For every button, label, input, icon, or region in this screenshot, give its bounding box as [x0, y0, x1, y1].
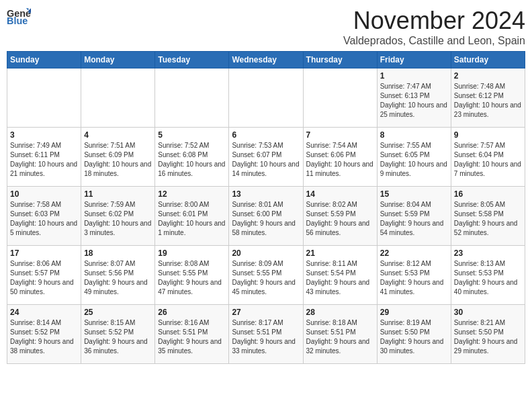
day-number: 20: [232, 248, 300, 258]
calendar-cell: 21Sunrise: 8:11 AM Sunset: 5:54 PM Dayli…: [303, 246, 377, 305]
day-content: Sunrise: 8:12 AM Sunset: 5:53 PM Dayligh…: [380, 259, 448, 297]
calendar-cell: 4Sunrise: 7:51 AM Sunset: 6:09 PM Daylig…: [81, 128, 155, 187]
calendar-cell: 9Sunrise: 7:57 AM Sunset: 6:04 PM Daylig…: [451, 128, 525, 187]
day-content: Sunrise: 7:47 AM Sunset: 6:13 PM Dayligh…: [380, 82, 448, 120]
day-content: Sunrise: 7:55 AM Sunset: 6:05 PM Dayligh…: [380, 141, 448, 179]
day-number: 26: [158, 308, 226, 317]
logo-icon: General Blue: [7, 7, 31, 26]
location-title: Valdeprados, Castille and Leon, Spain: [343, 35, 525, 47]
day-content: Sunrise: 8:09 AM Sunset: 5:55 PM Dayligh…: [232, 259, 300, 297]
day-number: 11: [84, 189, 152, 199]
calendar-cell: 1Sunrise: 7:47 AM Sunset: 6:13 PM Daylig…: [377, 68, 451, 128]
calendar-cell: 13Sunrise: 8:01 AM Sunset: 6:00 PM Dayli…: [229, 187, 303, 246]
day-content: Sunrise: 8:00 AM Sunset: 6:01 PM Dayligh…: [158, 200, 226, 238]
day-number: 23: [454, 248, 522, 258]
weekday-friday: Friday: [377, 52, 451, 68]
calendar-cell: [303, 68, 377, 128]
calendar-cell: 24Sunrise: 8:14 AM Sunset: 5:52 PM Dayli…: [7, 305, 81, 364]
day-content: Sunrise: 8:17 AM Sunset: 5:51 PM Dayligh…: [232, 318, 300, 356]
day-number: 8: [380, 130, 448, 140]
calendar-cell: 19Sunrise: 8:08 AM Sunset: 5:55 PM Dayli…: [155, 246, 229, 305]
day-number: 5: [158, 130, 226, 140]
day-number: 12: [158, 189, 226, 199]
day-content: Sunrise: 8:07 AM Sunset: 5:56 PM Dayligh…: [84, 259, 152, 297]
day-number: 22: [380, 248, 448, 258]
day-content: Sunrise: 8:08 AM Sunset: 5:55 PM Dayligh…: [158, 259, 226, 297]
day-number: 17: [10, 248, 78, 258]
day-number: 7: [306, 130, 374, 140]
day-number: 14: [306, 189, 374, 199]
day-number: 3: [10, 130, 78, 140]
day-content: Sunrise: 7:57 AM Sunset: 6:04 PM Dayligh…: [454, 141, 522, 179]
day-content: Sunrise: 7:58 AM Sunset: 6:03 PM Dayligh…: [10, 200, 78, 238]
day-content: Sunrise: 8:21 AM Sunset: 5:50 PM Dayligh…: [454, 318, 522, 356]
calendar-cell: 7Sunrise: 7:54 AM Sunset: 6:06 PM Daylig…: [303, 128, 377, 187]
svg-text:Blue: Blue: [7, 15, 28, 26]
day-number: 16: [454, 189, 522, 199]
day-content: Sunrise: 8:14 AM Sunset: 5:52 PM Dayligh…: [10, 318, 78, 356]
weekday-tuesday: Tuesday: [155, 52, 229, 68]
calendar-cell: 17Sunrise: 8:06 AM Sunset: 5:57 PM Dayli…: [7, 246, 81, 305]
week-row-3: 10Sunrise: 7:58 AM Sunset: 6:03 PM Dayli…: [7, 187, 525, 246]
weekday-monday: Monday: [81, 52, 155, 68]
day-content: Sunrise: 8:06 AM Sunset: 5:57 PM Dayligh…: [10, 259, 78, 297]
calendar-cell: 22Sunrise: 8:12 AM Sunset: 5:53 PM Dayli…: [377, 246, 451, 305]
week-row-5: 24Sunrise: 8:14 AM Sunset: 5:52 PM Dayli…: [7, 305, 525, 364]
calendar-cell: 23Sunrise: 8:13 AM Sunset: 5:53 PM Dayli…: [451, 246, 525, 305]
day-content: Sunrise: 8:18 AM Sunset: 5:51 PM Dayligh…: [306, 318, 374, 356]
day-content: Sunrise: 8:19 AM Sunset: 5:50 PM Dayligh…: [380, 318, 448, 356]
calendar-cell: 6Sunrise: 7:53 AM Sunset: 6:07 PM Daylig…: [229, 128, 303, 187]
day-number: 13: [232, 189, 300, 199]
day-content: Sunrise: 7:51 AM Sunset: 6:09 PM Dayligh…: [84, 141, 152, 179]
week-row-2: 3Sunrise: 7:49 AM Sunset: 6:11 PM Daylig…: [7, 128, 525, 187]
calendar-cell: 18Sunrise: 8:07 AM Sunset: 5:56 PM Dayli…: [81, 246, 155, 305]
weekday-sunday: Sunday: [7, 52, 81, 68]
day-number: 18: [84, 248, 152, 258]
day-number: 29: [380, 308, 448, 317]
weekday-saturday: Saturday: [451, 52, 525, 68]
calendar-cell: 25Sunrise: 8:15 AM Sunset: 5:52 PM Dayli…: [81, 305, 155, 364]
calendar-cell: 27Sunrise: 8:17 AM Sunset: 5:51 PM Dayli…: [229, 305, 303, 364]
calendar-cell: 12Sunrise: 8:00 AM Sunset: 6:01 PM Dayli…: [155, 187, 229, 246]
weekday-thursday: Thursday: [303, 52, 377, 68]
calendar-cell: 29Sunrise: 8:19 AM Sunset: 5:50 PM Dayli…: [377, 305, 451, 364]
weekday-header-row: SundayMondayTuesdayWednesdayThursdayFrid…: [7, 52, 525, 68]
day-content: Sunrise: 7:54 AM Sunset: 6:06 PM Dayligh…: [306, 141, 374, 179]
calendar-cell: 16Sunrise: 8:05 AM Sunset: 5:58 PM Dayli…: [451, 187, 525, 246]
title-section: November 2024 Valdeprados, Castille and …: [343, 7, 525, 47]
calendar-cell: 2Sunrise: 7:48 AM Sunset: 6:12 PM Daylig…: [451, 68, 525, 128]
calendar-cell: 3Sunrise: 7:49 AM Sunset: 6:11 PM Daylig…: [7, 128, 81, 187]
calendar-cell: 28Sunrise: 8:18 AM Sunset: 5:51 PM Dayli…: [303, 305, 377, 364]
day-content: Sunrise: 7:53 AM Sunset: 6:07 PM Dayligh…: [232, 141, 300, 179]
page-header: General Blue November 2024 Valdeprados, …: [7, 7, 525, 47]
day-number: 24: [10, 308, 78, 317]
day-content: Sunrise: 8:02 AM Sunset: 5:59 PM Dayligh…: [306, 200, 374, 238]
calendar-cell: 10Sunrise: 7:58 AM Sunset: 6:03 PM Dayli…: [7, 187, 81, 246]
calendar-cell: [229, 68, 303, 128]
day-number: 4: [84, 130, 152, 140]
calendar-cell: [7, 68, 81, 128]
calendar-table: SundayMondayTuesdayWednesdayThursdayFrid…: [7, 51, 525, 364]
day-number: 2: [454, 71, 522, 81]
calendar-cell: 11Sunrise: 7:59 AM Sunset: 6:02 PM Dayli…: [81, 187, 155, 246]
day-number: 19: [158, 248, 226, 258]
day-number: 27: [232, 308, 300, 317]
day-content: Sunrise: 8:15 AM Sunset: 5:52 PM Dayligh…: [84, 318, 152, 356]
calendar-cell: 20Sunrise: 8:09 AM Sunset: 5:55 PM Dayli…: [229, 246, 303, 305]
logo: General Blue: [7, 7, 31, 26]
day-number: 1: [380, 71, 448, 81]
weekday-wednesday: Wednesday: [229, 52, 303, 68]
day-content: Sunrise: 8:04 AM Sunset: 5:59 PM Dayligh…: [380, 200, 448, 238]
week-row-1: 1Sunrise: 7:47 AM Sunset: 6:13 PM Daylig…: [7, 68, 525, 128]
day-content: Sunrise: 8:13 AM Sunset: 5:53 PM Dayligh…: [454, 259, 522, 297]
day-content: Sunrise: 8:11 AM Sunset: 5:54 PM Dayligh…: [306, 259, 374, 297]
day-number: 25: [84, 308, 152, 317]
day-content: Sunrise: 8:05 AM Sunset: 5:58 PM Dayligh…: [454, 200, 522, 238]
day-number: 10: [10, 189, 78, 199]
calendar-cell: [155, 68, 229, 128]
day-content: Sunrise: 7:59 AM Sunset: 6:02 PM Dayligh…: [84, 200, 152, 238]
calendar-cell: 14Sunrise: 8:02 AM Sunset: 5:59 PM Dayli…: [303, 187, 377, 246]
calendar-cell: 8Sunrise: 7:55 AM Sunset: 6:05 PM Daylig…: [377, 128, 451, 187]
calendar-cell: [81, 68, 155, 128]
calendar-cell: 30Sunrise: 8:21 AM Sunset: 5:50 PM Dayli…: [451, 305, 525, 364]
